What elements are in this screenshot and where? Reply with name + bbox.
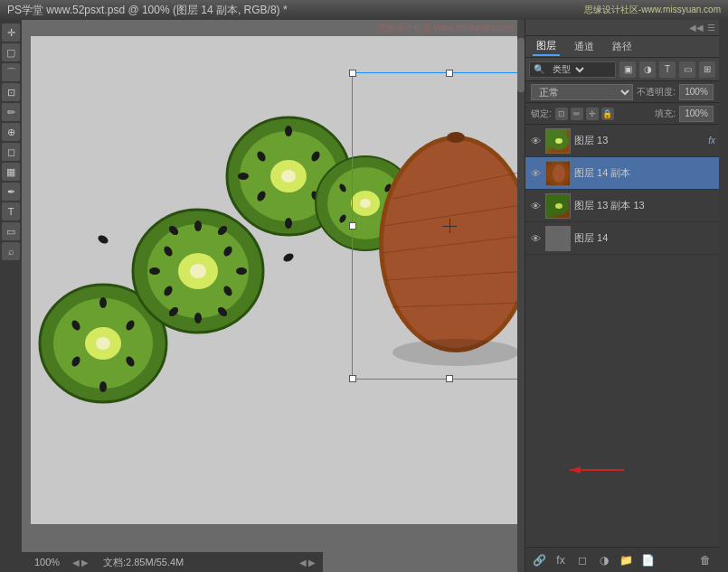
canvas-status-bar: 100% ◀ ▶ 文档:2.85M/55.4M ◀ ▶ — [22, 552, 323, 572]
layer-type-select[interactable]: 类型 — [547, 61, 587, 78]
svg-point-39 — [285, 126, 292, 136]
gradient-tool[interactable]: ▦ — [2, 163, 20, 181]
canvas-background — [31, 36, 517, 524]
layer-item[interactable]: 👁 图层 14 副本 — [525, 157, 719, 190]
svg-point-67 — [555, 203, 563, 209]
layer-type-filter[interactable]: 🔍 类型 — [529, 61, 616, 78]
svg-point-22 — [149, 267, 160, 275]
doc-info: 文档:2.85M/55.4M — [103, 556, 184, 569]
new-layer-btn[interactable]: 📄 — [639, 552, 656, 568]
tab-channels[interactable]: 通道 — [571, 38, 598, 55]
panel-tabs: 图层 通道 路径 — [525, 36, 719, 58]
panel-toolbar: 🔍 类型 ▣ ◑ T ▭ ⊞ — [525, 58, 719, 81]
layer-filter-shape[interactable]: ▭ — [679, 61, 695, 78]
layer-fx-badge: fx — [708, 136, 715, 145]
clone-tool[interactable]: ⊕ — [2, 123, 20, 141]
crop-tool[interactable]: ⊡ — [2, 83, 20, 101]
lock-pixels[interactable]: ✏ — [571, 108, 583, 120]
layer-thumbnail — [545, 193, 571, 219]
link-layers-btn[interactable]: 🔗 — [531, 552, 547, 568]
lasso-tool[interactable]: ⌒ — [2, 63, 20, 81]
zoom-tool[interactable]: ⌕ — [2, 242, 20, 260]
layer-filter-text[interactable]: T — [659, 61, 676, 78]
layer-visibility-toggle[interactable]: 👁 — [529, 200, 542, 212]
add-mask-btn[interactable]: ◻ — [574, 552, 591, 568]
tab-layers[interactable]: 图层 — [533, 37, 560, 56]
zoom-controls[interactable]: ◀ ▶ — [72, 558, 89, 567]
select-tool[interactable]: ▢ — [2, 43, 20, 61]
move-tool[interactable]: ✛ — [2, 23, 20, 42]
panel-bottom-toolbar: 🔗 fx ◻ ◑ 📁 📄 🗑 — [525, 547, 719, 572]
canvas-area[interactable]: 100% ◀ ▶ 文档:2.85M/55.4M ◀ ▶ 思缘设计社区-www.m… — [22, 20, 517, 572]
search-icon: 🔍 — [534, 64, 544, 74]
svg-point-4 — [96, 337, 110, 350]
zoom-level: 100% — [29, 557, 65, 567]
lock-all[interactable]: 🔒 — [601, 108, 614, 120]
nav-arrows[interactable]: ◀ ▶ — [299, 558, 316, 567]
svg-point-65 — [553, 164, 565, 183]
layer-name: 图层 14 — [574, 231, 715, 245]
svg-point-61 — [392, 339, 517, 366]
delete-layer-btn[interactable]: 🗑 — [697, 552, 714, 568]
svg-point-34 — [281, 170, 296, 183]
lock-position[interactable]: ✛ — [586, 108, 599, 120]
blend-mode-row: 正常 不透明度: — [525, 81, 719, 103]
layer-thumbnail — [545, 226, 571, 251]
panel-right-edge — [719, 20, 728, 572]
svg-point-20 — [194, 220, 202, 231]
fill-input[interactable] — [679, 106, 714, 122]
brush-tool[interactable]: ✏ — [2, 103, 20, 121]
lock-transparent[interactable]: ⊡ — [555, 108, 568, 120]
tab-paths[interactable]: 路径 — [609, 38, 636, 55]
layer-item[interactable]: 👁 图层 13 fx — [525, 125, 719, 157]
layer-name: 图层 13 — [574, 134, 704, 147]
layer-visibility-toggle[interactable]: 👁 — [529, 135, 542, 147]
lock-row: 锁定: ⊡ ✏ ✛ 🔒 填充: — [525, 103, 719, 125]
svg-point-63 — [555, 138, 563, 144]
watermark: 思缘设计社区-www.missyuan.com — [584, 4, 721, 16]
canvas-vertical-scrollbar[interactable] — [517, 20, 525, 572]
layer-item[interactable]: 👁 图层 14 — [525, 222, 719, 255]
svg-point-40 — [285, 218, 292, 229]
svg-point-10 — [99, 381, 107, 392]
svg-point-47 — [360, 199, 371, 208]
svg-point-15 — [190, 264, 206, 278]
layers-panel: ◀◀ ☰ 图层 通道 路径 🔍 类型 ▣ ◑ T ▭ ⊞ 正常 — [525, 20, 719, 572]
layers-list: 👁 图层 13 fx 👁 图层 14 副本 👁 — [525, 125, 719, 547]
svg-point-23 — [236, 267, 247, 275]
add-style-btn[interactable]: fx — [553, 552, 569, 568]
blend-mode-select[interactable]: 正常 — [531, 84, 633, 100]
panel-collapse-btn[interactable]: ◀◀ — [689, 23, 704, 33]
left-toolbar: ✛ ▢ ⌒ ⊡ ✏ ⊕ ◻ ▦ ✒ T ▭ ⌕ — [0, 20, 22, 572]
layer-name: 图层 14 副本 — [574, 166, 715, 180]
eraser-tool[interactable]: ◻ — [2, 143, 20, 161]
layer-thumbnail — [545, 161, 571, 186]
layer-name: 图层 13 副本 13 — [574, 199, 715, 212]
pen-tool[interactable]: ✒ — [2, 183, 20, 201]
opacity-input[interactable] — [679, 84, 714, 100]
svg-point-41 — [238, 173, 249, 180]
new-group-btn[interactable]: 📁 — [618, 552, 634, 568]
text-tool[interactable]: T — [2, 202, 20, 220]
lock-label: 锁定: — [531, 108, 552, 120]
main-area: ✛ ▢ ⌒ ⊡ ✏ ⊕ ◻ ▦ ✒ T ▭ ⌕ — [0, 20, 728, 572]
svg-point-21 — [194, 313, 202, 324]
panel-menu-btn[interactable]: ☰ — [707, 23, 715, 33]
new-fill-adj-btn[interactable]: ◑ — [596, 552, 612, 568]
layer-thumbnail — [545, 128, 571, 154]
watermark-overlay: 思缘设计社区-www.missyuan.com — [373, 20, 517, 36]
opacity-label: 不透明度: — [637, 86, 676, 98]
layer-filter-adj[interactable]: ◑ — [639, 61, 656, 78]
svg-point-60 — [447, 132, 465, 143]
title-bar: PS学堂 www.52psxt.psd @ 100% (图层 14 副本, RG… — [0, 0, 728, 20]
app-title: PS学堂 www.52psxt.psd @ 100% (图层 14 副本, RG… — [7, 3, 288, 18]
shape-tool[interactable]: ▭ — [2, 222, 20, 240]
kiwi-artwork — [31, 36, 517, 524]
layer-visibility-toggle[interactable]: 👁 — [529, 167, 542, 180]
layer-filter-smart[interactable]: ⊞ — [699, 61, 715, 78]
svg-point-9 — [99, 297, 107, 308]
layer-item[interactable]: 👁 图层 13 副本 13 — [525, 190, 719, 222]
layer-filter-pixel[interactable]: ▣ — [619, 61, 636, 78]
fill-label: 填充: — [655, 108, 676, 120]
layer-visibility-toggle[interactable]: 👁 — [529, 232, 542, 245]
